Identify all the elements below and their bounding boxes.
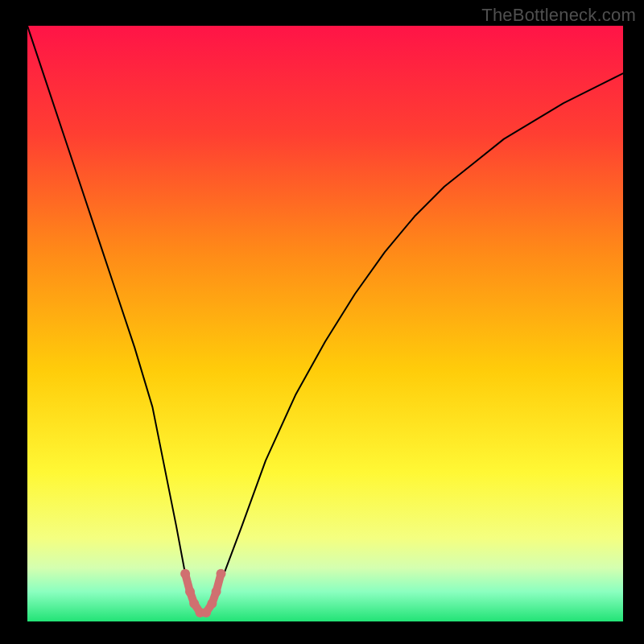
svg-point-6 [207,599,217,609]
svg-point-1 [180,569,190,579]
svg-point-8 [217,569,226,579]
svg-point-3 [189,599,199,609]
bottleneck-chart [0,0,644,644]
chart-frame: TheBottleneck.com [0,0,644,644]
svg-point-7 [212,587,221,597]
svg-point-5 [201,608,211,617]
svg-point-2 [185,587,195,597]
watermark-text: TheBottleneck.com [481,5,636,26]
plot-background [27,26,623,621]
